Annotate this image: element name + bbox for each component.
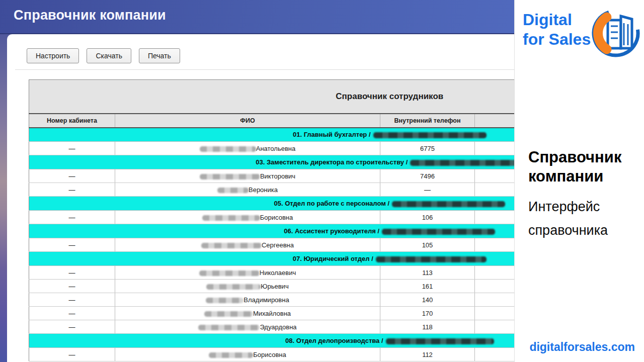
redacted-text — [376, 256, 487, 262]
redacted-text — [206, 284, 261, 290]
table-row: —Викторович7496 — [29, 169, 515, 183]
side-panel: Digital for Sales Справочник компании Ин… — [514, 0, 644, 362]
name-cell: Михайловна — [115, 307, 380, 320]
col-header-fio: ФИО — [115, 114, 380, 128]
app-screenshot-region: Справочник компании Настроить Скачать Пе… — [0, 0, 514, 362]
table-row: —Вероника— — [29, 183, 515, 197]
section-cell: 05. Отдел по работе с персоналом / — [29, 197, 515, 211]
section-row: 01. Главный бухгалтер / — [29, 128, 515, 142]
name-suffix: Борисовна — [253, 351, 286, 358]
table-title: Справочник сотрудников — [29, 80, 515, 114]
room-cell: — — [29, 307, 115, 320]
room-cell: — — [29, 348, 115, 361]
section-label: 03. Заместитель директора по строительст… — [256, 158, 408, 166]
configure-button[interactable]: Настроить — [27, 48, 79, 63]
redacted-text — [201, 243, 262, 248]
name-suffix: Эдуардовна — [260, 323, 296, 331]
redacted-text — [386, 338, 494, 344]
room-cell: — — [29, 280, 115, 293]
name-cell: Владимировна — [115, 293, 380, 307]
name-suffix: Викторович — [260, 172, 295, 180]
redacted-text — [410, 160, 514, 166]
page-title: Справочник компании — [14, 8, 166, 23]
phone-building-logo-icon — [584, 6, 642, 60]
name-cell: Викторович — [115, 169, 380, 183]
room-cell: — — [29, 211, 115, 224]
section-row: 06. Ассистент руководителя / — [29, 224, 515, 238]
table-row: —Борисовна112 — [29, 348, 515, 361]
name-suffix: Сергеевна — [262, 241, 294, 249]
phone-cell: 113 — [380, 266, 475, 280]
website-link[interactable]: digitalforsales.com — [529, 340, 635, 354]
phone-cell: 7496 — [380, 169, 475, 183]
table-row: —Анатольевна6775 — [29, 142, 515, 155]
room-cell: — — [29, 169, 115, 183]
name-suffix: Николаевич — [260, 269, 296, 277]
name-suffix: Вероника — [249, 186, 278, 194]
employee-table: Справочник сотрудников Номер кабинета ФИ… — [29, 79, 514, 361]
section-label: 06. Ассистент руководителя / — [284, 227, 379, 235]
section-row: 03. Заместитель директора по строительст… — [29, 155, 515, 169]
name-suffix: Юрьевич — [261, 283, 288, 290]
redacted-text — [204, 311, 253, 317]
redacted-text — [198, 325, 260, 330]
name-suffix: Борисовна — [260, 214, 293, 221]
room-cell: — — [29, 293, 115, 307]
redacted-text — [209, 352, 253, 358]
extra-cell — [475, 320, 515, 334]
col-header-extra — [475, 114, 515, 128]
redacted-text — [217, 188, 249, 193]
room-cell: — — [29, 183, 115, 197]
col-header-phone: Внутренний телефон — [380, 114, 475, 128]
extra-cell — [475, 211, 515, 224]
table-row: —Борисовна106 — [29, 211, 515, 224]
section-row: 05. Отдел по работе с персоналом / — [29, 197, 515, 211]
brand-name: Digital for Sales — [523, 10, 591, 49]
extra-cell — [475, 238, 515, 252]
phone-cell: — — [380, 183, 475, 197]
phone-cell: 105 — [380, 238, 475, 252]
table-viewport: Справочник сотрудников Номер кабинета ФИ… — [29, 79, 514, 362]
name-cell: Николаевич — [115, 266, 380, 280]
section-cell: 03. Заместитель директора по строительст… — [29, 155, 515, 169]
extra-cell — [475, 293, 515, 307]
phone-cell: 118 — [380, 320, 475, 334]
redacted-text — [206, 298, 244, 303]
extra-cell — [475, 307, 515, 320]
phone-cell: 112 — [380, 348, 475, 361]
table-row: —Николаевич113 — [29, 266, 515, 280]
extra-cell — [475, 142, 515, 155]
name-cell: Борисовна — [115, 348, 380, 361]
table-row: —Михайловна170 — [29, 307, 515, 320]
extra-cell — [475, 266, 515, 280]
table-row: —Эдуардовна118 — [29, 320, 515, 334]
section-row: 08. Отдел делопроизводства / — [29, 334, 515, 348]
table-row: —Владимировна140 — [29, 293, 515, 307]
section-label: 01. Главный бухгалтер / — [293, 131, 371, 138]
section-label: 05. Отдел по работе с персоналом / — [274, 200, 389, 207]
name-suffix: Анатольевна — [256, 145, 295, 152]
phone-cell: 161 — [380, 280, 475, 293]
panel-subheading: Интерфейс справочника — [528, 195, 640, 242]
redacted-text — [382, 229, 495, 235]
table-row: —Сергеевна105 — [29, 238, 515, 252]
name-cell: Юрьевич — [115, 280, 380, 293]
employee-table-body: 01. Главный бухгалтер /—Анатольевна67750… — [29, 128, 515, 361]
room-cell: — — [29, 142, 115, 155]
table-row: —Юрьевич161 — [29, 280, 515, 293]
phone-cell: 6775 — [380, 142, 475, 155]
redacted-text — [200, 146, 256, 152]
section-row: 07. Юридический отдел / — [29, 252, 515, 266]
room-cell: — — [29, 266, 115, 280]
toolbar-divider — [15, 69, 514, 70]
name-cell: Анатольевна — [115, 142, 380, 155]
name-cell: Сергеевна — [115, 238, 380, 252]
extra-cell — [475, 183, 515, 197]
room-cell: — — [29, 320, 115, 334]
download-button[interactable]: Скачать — [87, 48, 131, 63]
section-label: 07. Юридический отдел / — [293, 255, 373, 262]
print-button[interactable]: Печать — [139, 48, 180, 63]
name-cell: Борисовна — [115, 211, 380, 224]
section-cell: 06. Ассистент руководителя / — [29, 224, 515, 238]
name-cell: Эдуардовна — [115, 320, 380, 334]
